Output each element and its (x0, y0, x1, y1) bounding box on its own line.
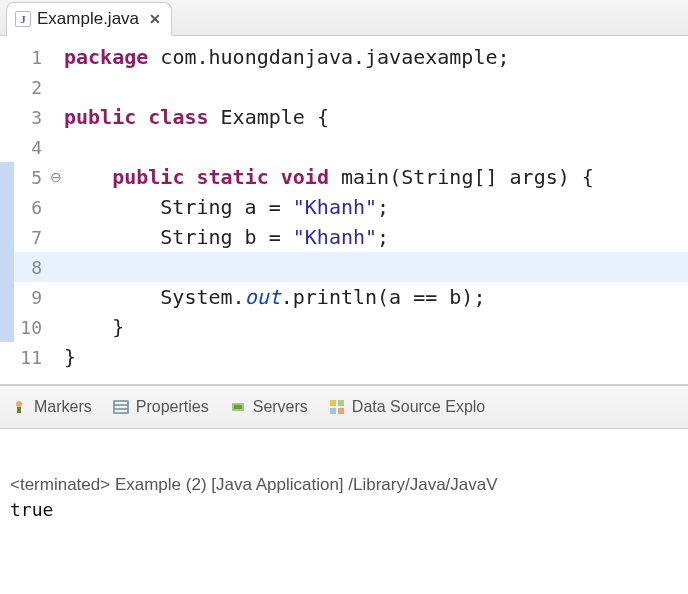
svg-rect-9 (330, 408, 336, 414)
gutter-marker (0, 192, 14, 222)
panel-tab-data[interactable]: Data Source Explo (328, 398, 485, 416)
code-line[interactable]: 6 String a = "Khanh"; (0, 192, 688, 222)
markers-icon (10, 398, 28, 416)
servers-icon (229, 398, 247, 416)
line-number: 5 (14, 167, 48, 188)
line-number: 6 (14, 197, 48, 218)
code-text[interactable]: System.out.println(a == b); (64, 285, 688, 309)
line-number: 9 (14, 287, 48, 308)
gutter-marker (0, 132, 14, 162)
code-area[interactable]: 1package com.huongdanjava.javaexample;23… (0, 36, 688, 384)
gutter-marker (0, 102, 14, 132)
console-status: <terminated> Example (2) [Java Applicati… (10, 475, 688, 495)
panel-tab-properties[interactable]: Properties (112, 398, 209, 416)
bottom-panel-tabs: MarkersPropertiesServersData Source Expl… (0, 385, 688, 429)
gutter-marker (0, 342, 14, 372)
line-number: 11 (14, 347, 48, 368)
editor-panel: J Example.java ✕ 1package com.huongdanja… (0, 0, 688, 385)
panel-tab-label: Properties (136, 398, 209, 416)
code-line[interactable]: 9 System.out.println(a == b); (0, 282, 688, 312)
svg-rect-7 (330, 400, 336, 406)
tab-bar: J Example.java ✕ (0, 0, 688, 36)
code-text[interactable]: public static void main(String[] args) { (64, 165, 688, 189)
code-line[interactable]: 5⊖ public static void main(String[] args… (0, 162, 688, 192)
code-line[interactable]: 2 (0, 72, 688, 102)
svg-point-0 (16, 401, 22, 407)
console-output: true (10, 499, 688, 520)
panel-tab-label: Servers (253, 398, 308, 416)
code-text[interactable]: package com.huongdanjava.javaexample; (64, 45, 688, 69)
panel-tab-markers[interactable]: Markers (10, 398, 92, 416)
console-panel: <terminated> Example (2) [Java Applicati… (0, 429, 688, 594)
line-number: 2 (14, 77, 48, 98)
line-number: 1 (14, 47, 48, 68)
code-line[interactable]: 1package com.huongdanjava.javaexample; (0, 42, 688, 72)
panel-tab-label: Markers (34, 398, 92, 416)
close-icon[interactable]: ✕ (149, 11, 161, 27)
code-text[interactable]: String a = "Khanh"; (64, 195, 688, 219)
svg-rect-8 (338, 400, 344, 406)
line-number: 8 (14, 257, 48, 278)
java-file-icon: J (15, 11, 31, 27)
gutter-marker (0, 282, 14, 312)
svg-rect-2 (114, 401, 128, 413)
svg-rect-1 (17, 407, 21, 413)
properties-icon (112, 398, 130, 416)
code-text[interactable]: public class Example { (64, 105, 688, 129)
gutter-marker (0, 72, 14, 102)
gutter-marker (0, 162, 14, 192)
line-number: 7 (14, 227, 48, 248)
code-line[interactable]: 10 } (0, 312, 688, 342)
panel-tab-label: Data Source Explo (352, 398, 485, 416)
code-line[interactable]: 4 (0, 132, 688, 162)
gutter-marker (0, 42, 14, 72)
svg-rect-10 (338, 408, 344, 414)
code-line[interactable]: 3public class Example { (0, 102, 688, 132)
line-number: 10 (14, 317, 48, 338)
code-text[interactable]: } (64, 345, 688, 369)
gutter-marker (0, 252, 14, 282)
code-line[interactable]: 11} (0, 342, 688, 372)
editor-tab[interactable]: J Example.java ✕ (6, 2, 172, 36)
line-number: 4 (14, 137, 48, 158)
gutter-marker (0, 222, 14, 252)
code-text[interactable]: } (64, 315, 688, 339)
panel-tab-servers[interactable]: Servers (229, 398, 308, 416)
gutter-marker (0, 312, 14, 342)
code-line[interactable]: 7 String b = "Khanh"; (0, 222, 688, 252)
code-text[interactable]: String b = "Khanh"; (64, 225, 688, 249)
svg-rect-6 (234, 405, 242, 409)
fold-icon[interactable]: ⊖ (48, 169, 64, 185)
line-number: 3 (14, 107, 48, 128)
code-line[interactable]: 8 (0, 252, 688, 282)
tab-filename: Example.java (37, 9, 139, 29)
data-icon (328, 398, 346, 416)
